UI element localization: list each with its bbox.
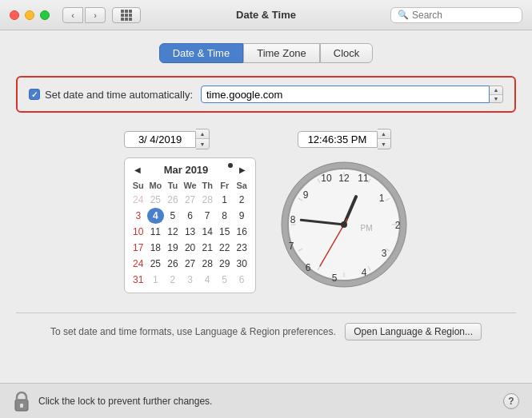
calendar-day[interactable]: 18 (147, 240, 165, 256)
calendar-day[interactable]: 7 (198, 208, 216, 224)
auto-time-label[interactable]: ✓ Set date and time automatically: (29, 89, 193, 101)
time-server-input[interactable] (201, 86, 490, 103)
language-message: To set date and time formats, use Langua… (50, 326, 336, 337)
open-language-region-button[interactable]: Open Language & Region... (345, 323, 482, 340)
calendar-widget: ◀ Mar 2019 ▶ Su Mo Tu We Th (124, 157, 256, 293)
calendar-day[interactable]: 3 (182, 272, 199, 288)
tab-time-zone[interactable]: Time Zone (243, 43, 320, 63)
calendar-day[interactable]: 22 (216, 240, 234, 256)
back-button[interactable]: ‹ (62, 7, 83, 23)
tab-date-time[interactable]: Date & Time (159, 43, 244, 63)
calendar-day[interactable]: 6 (182, 208, 199, 224)
calendar-day[interactable]: 11 (147, 224, 165, 240)
calendar-day[interactable]: 14 (198, 224, 216, 240)
calendar-day[interactable]: 8 (216, 208, 234, 224)
calendar-grid: Su Mo Tu We Th Fr Sa 2425262728123456789… (130, 179, 250, 288)
tab-clock[interactable]: Clock (320, 43, 374, 63)
calendar-day[interactable]: 28 (198, 256, 216, 272)
cal-header-mo: Mo (147, 179, 165, 192)
time-down[interactable]: ▼ (378, 139, 390, 149)
svg-point-27 (341, 221, 347, 228)
calendar-day[interactable]: 5 (164, 208, 182, 224)
search-input[interactable] (412, 10, 515, 21)
titlebar: ‹ › Date & Time 🔍 (0, 0, 532, 30)
calendar-day[interactable]: 23 (233, 240, 250, 256)
footer: Click the lock to prevent further change… (0, 383, 532, 418)
calendar-day[interactable]: 28 (198, 192, 216, 208)
calendar-day[interactable]: 6 (233, 272, 250, 288)
close-button[interactable] (10, 10, 19, 20)
calendar-day[interactable]: 1 (147, 272, 165, 288)
auto-time-checkbox[interactable]: ✓ (29, 89, 40, 100)
calendar-day[interactable]: 4 (198, 272, 216, 288)
minimize-button[interactable] (25, 10, 34, 20)
date-up[interactable]: ▲ (196, 129, 209, 139)
date-down[interactable]: ▼ (196, 139, 209, 149)
help-button[interactable]: ? (503, 393, 519, 409)
auto-time-box: ✓ Set date and time automatically: ▲ ▼ (16, 76, 516, 113)
main-area: ▲ ▼ ◀ Mar 2019 ▶ Su (16, 129, 516, 293)
app-grid-button[interactable] (112, 7, 141, 23)
calendar-day[interactable]: 26 (164, 256, 182, 272)
calendar-day[interactable]: 2 (233, 192, 250, 208)
calendar-day[interactable]: 5 (216, 272, 234, 288)
cal-prev-button[interactable]: ◀ (131, 163, 144, 176)
calendar-month-year: Mar 2019 (164, 164, 209, 176)
svg-text:7: 7 (289, 241, 294, 252)
nav-buttons: ‹ › (62, 7, 106, 23)
calendar-day[interactable]: 2 (164, 272, 182, 288)
time-up[interactable]: ▲ (378, 129, 390, 139)
calendar-day[interactable]: 20 (182, 240, 199, 256)
cal-next-button[interactable]: ▶ (236, 163, 249, 176)
svg-text:PM: PM (361, 224, 373, 233)
calendar-day[interactable]: 25 (147, 256, 165, 272)
svg-text:2: 2 (395, 220, 401, 231)
calendar-day[interactable]: 24 (130, 192, 147, 208)
calendar-day[interactable]: 31 (130, 272, 147, 288)
svg-text:6: 6 (306, 262, 311, 273)
calendar-day[interactable]: 12 (164, 224, 182, 240)
cal-header-sa: Sa (233, 179, 250, 192)
search-box[interactable]: 🔍 (390, 7, 522, 23)
calendar-day[interactable]: 24 (130, 256, 147, 272)
window-title: Date & Time (236, 9, 296, 21)
calendar-day[interactable]: 9 (233, 208, 250, 224)
svg-text:1: 1 (379, 193, 385, 204)
analog-clock: 12 1 2 3 4 5 6 7 8 9 10 11 PM (280, 161, 408, 289)
calendar-day[interactable]: 16 (233, 224, 250, 240)
auto-time-text: Set date and time automatically: (45, 89, 193, 101)
svg-text:12: 12 (338, 173, 350, 184)
maximize-button[interactable] (40, 10, 50, 20)
svg-text:8: 8 (290, 214, 296, 225)
calendar-day[interactable]: 25 (147, 192, 165, 208)
date-stepper: ▲ ▼ (196, 129, 210, 149)
cal-nav: ▶ (228, 163, 249, 176)
calendar-day[interactable]: 19 (164, 240, 182, 256)
calendar-header: ◀ Mar 2019 ▶ (130, 163, 250, 176)
calendar-day[interactable]: 13 (182, 224, 199, 240)
cal-header-tu: Tu (164, 179, 182, 192)
calendar-day[interactable]: 1 (216, 192, 234, 208)
calendar-day[interactable]: 29 (216, 256, 234, 272)
calendar-day[interactable]: 17 (130, 240, 147, 256)
calendar-day[interactable]: 3 (130, 208, 147, 224)
calendar-day[interactable]: 10 (130, 224, 147, 240)
calendar-day[interactable]: 30 (233, 256, 250, 272)
calendar-day[interactable]: 21 (198, 240, 216, 256)
cal-header-su: Su (130, 179, 147, 192)
calendar-day[interactable]: 26 (164, 192, 182, 208)
bottom-section: To set date and time formats, use Langua… (16, 313, 516, 340)
time-server-down[interactable]: ▼ (490, 95, 502, 103)
time-input[interactable] (298, 131, 378, 148)
footer-text: Click the lock to prevent further change… (38, 396, 212, 407)
calendar-day[interactable]: 4 (147, 208, 165, 224)
calendar-day[interactable]: 27 (182, 256, 199, 272)
date-input[interactable] (124, 131, 196, 148)
calendar-day[interactable]: 15 (216, 224, 234, 240)
time-server-stepper: ▲ ▼ (490, 86, 503, 103)
calendar-side: ▲ ▼ ◀ Mar 2019 ▶ Su (124, 129, 256, 293)
svg-text:11: 11 (358, 173, 369, 184)
forward-button[interactable]: › (85, 7, 106, 23)
time-server-up[interactable]: ▲ (490, 86, 502, 95)
calendar-day[interactable]: 27 (182, 192, 199, 208)
